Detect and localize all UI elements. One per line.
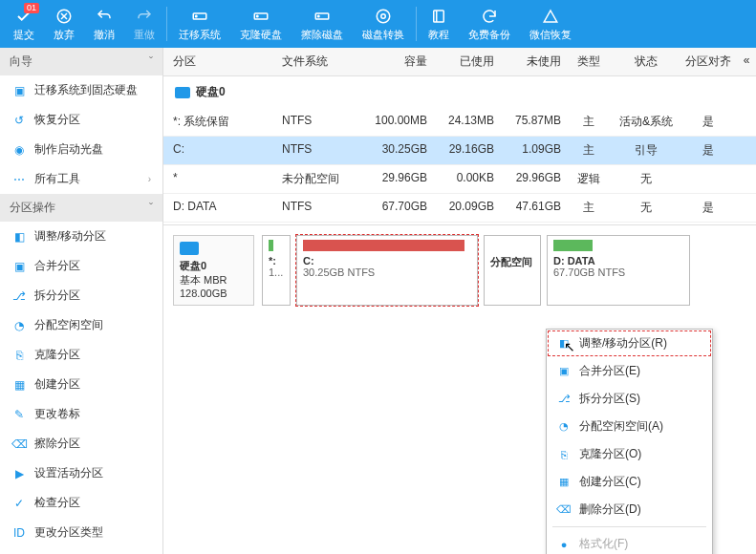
x-icon <box>54 7 74 26</box>
wizard-item[interactable]: ↺恢复分区 <box>0 105 162 135</box>
menu-item[interactable]: ●格式化(F) <box>547 530 712 554</box>
menu-item[interactable]: ◔分配空闲空间(A) <box>547 413 712 440</box>
ops-item[interactable]: ID更改分区类型 <box>0 518 162 547</box>
col-type[interactable]: 类型 <box>565 48 613 75</box>
menu-icon: ▦ <box>556 475 572 490</box>
disk-header[interactable]: 硬盘0 <box>163 76 756 108</box>
item-icon: ◉ <box>11 142 27 158</box>
col-capacity[interactable]: 容量 <box>355 48 431 75</box>
ops-item[interactable]: ◧调整/移动分区 <box>0 222 162 251</box>
col-partition[interactable]: 分区 <box>163 48 278 75</box>
ops-item[interactable]: ▦创建分区 <box>0 370 162 399</box>
ops-item[interactable]: ✎更改卷标 <box>0 399 162 429</box>
item-label: 分配空闲空间 <box>34 317 103 333</box>
grid-header: 分区 文件系统 容量 已使用 未使用 类型 状态 分区对齐 « <box>163 48 756 76</box>
col-more[interactable]: « <box>737 48 756 75</box>
menu-item[interactable]: ⎘克隆分区(O) <box>547 440 712 468</box>
wipe-button[interactable]: 擦除磁盘 <box>292 0 353 48</box>
table-row[interactable]: *未分配空间29.96GB0.00KB29.96GB逻辑无 <box>163 165 756 194</box>
svg-point-9 <box>377 10 390 23</box>
toolbar-sep <box>416 7 417 41</box>
item-icon: ⌫ <box>11 437 27 452</box>
disk-icon <box>175 87 190 98</box>
migrate-button[interactable]: 迁移系统 <box>169 0 230 48</box>
item-icon: ID <box>11 525 27 541</box>
menu-label: 合并分区(E) <box>579 363 640 379</box>
collapse-icon[interactable]: ˇ <box>149 202 153 215</box>
menu-icon: ◔ <box>556 419 572 435</box>
item-icon: ⎘ <box>11 348 27 363</box>
item-label: 更改分区类型 <box>34 524 103 541</box>
discard-button[interactable]: 放弃 <box>44 0 84 48</box>
item-label: 制作启动光盘 <box>34 141 103 158</box>
col-align[interactable]: 分区对齐 <box>680 48 737 75</box>
ops-item[interactable]: ⌫擦除分区 <box>0 429 162 458</box>
disk-icon <box>180 242 199 255</box>
tutorial-button[interactable]: 教程 <box>419 0 459 48</box>
menu-label: 删除分区(D) <box>579 501 641 518</box>
ops-item[interactable]: ▣合并分区 <box>0 251 162 281</box>
content-area: 分区 文件系统 容量 已使用 未使用 类型 状态 分区对齐 « 硬盘0 *: 系… <box>163 48 756 554</box>
menu-item[interactable]: ⎇拆分分区(S) <box>547 385 712 413</box>
convert-button[interactable]: 磁盘转换 <box>353 0 414 48</box>
table-row[interactable]: D: DATANTFS67.70GB20.09GB47.61GB主无是 <box>163 194 756 223</box>
item-label: 克隆分区 <box>34 347 80 363</box>
wizard-item[interactable]: ▣迁移系统到固态硬盘 <box>0 75 162 105</box>
wizard-item[interactable]: ⋯所有工具› <box>0 164 162 194</box>
table-row[interactable]: C:NTFS30.25GB29.16GB1.09GB主引导是 <box>163 137 756 165</box>
item-label: 合并分区 <box>34 258 80 274</box>
undo-icon <box>95 7 114 26</box>
menu-item[interactable]: ⌫删除分区(D) <box>547 496 712 523</box>
menu-icon: ● <box>556 537 572 552</box>
wechat-button[interactable]: 微信恢复 <box>520 0 581 48</box>
ops-item[interactable]: ⎇拆分分区 <box>0 281 162 310</box>
menu-label: 分配空闲空间(A) <box>579 418 663 435</box>
wizard-item[interactable]: ◉制作启动光盘 <box>0 135 162 164</box>
redo-button[interactable]: 重做 <box>124 0 164 48</box>
col-used[interactable]: 已使用 <box>431 48 498 75</box>
submit-badge: 01 <box>24 3 39 13</box>
map-partition[interactable]: *:1... <box>262 235 291 306</box>
ops-item[interactable]: ✓检查分区 <box>0 488 162 518</box>
menu-label: 创建分区(C) <box>579 474 641 490</box>
map-partition[interactable]: D: DATA67.70GB NTFS <box>547 235 690 306</box>
redo-icon <box>135 7 154 26</box>
undo-button[interactable]: 撤消 <box>84 0 124 48</box>
menu-item[interactable]: ▣合并分区(E) <box>547 357 712 385</box>
backup-button[interactable]: 免费备份 <box>459 0 520 48</box>
ops-item[interactable]: #更改序列号 <box>0 547 162 554</box>
item-icon: ▶ <box>11 466 27 481</box>
submit-button[interactable]: 01 提交 <box>4 0 44 48</box>
menu-item[interactable]: ◧调整/移动分区(R)↖ <box>547 330 712 357</box>
item-label: 拆分分区 <box>34 288 80 304</box>
svg-marker-13 <box>544 11 557 22</box>
item-label: 迁移系统到固态硬盘 <box>34 82 138 98</box>
clone-button[interactable]: 克隆硬盘 <box>230 0 292 48</box>
svg-point-8 <box>318 15 320 17</box>
refresh-icon <box>480 7 499 26</box>
item-label: 擦除分区 <box>34 436 80 452</box>
map-partition[interactable]: 分配空间 <box>484 235 541 306</box>
context-menu: ◧调整/移动分区(R)↖▣合并分区(E)⎇拆分分区(S)◔分配空闲空间(A)⎘克… <box>546 329 713 554</box>
item-icon: ⋯ <box>11 172 27 187</box>
cursor-icon: ↖ <box>564 339 575 354</box>
table-row[interactable]: *: 系统保留NTFS100.00MB24.13MB75.87MB主活动&系统是 <box>163 108 756 137</box>
col-filesystem[interactable]: 文件系统 <box>278 48 355 75</box>
map-partition[interactable]: C:30.25GB NTFS <box>296 235 478 306</box>
main-toolbar: 01 提交 放弃 撤消 重做 迁移系统 克隆硬盘 擦除磁盘 磁盘转换 教程 免费… <box>0 0 756 48</box>
item-icon: ▦ <box>11 377 27 393</box>
ops-item[interactable]: ◔分配空闲空间 <box>0 310 162 340</box>
col-status[interactable]: 状态 <box>613 48 680 75</box>
book-icon <box>429 7 448 26</box>
ops-item[interactable]: ⎘克隆分区 <box>0 340 162 370</box>
collapse-icon[interactable]: ˇ <box>149 55 153 69</box>
item-icon: ◔ <box>11 318 27 333</box>
col-free[interactable]: 未使用 <box>498 48 565 75</box>
check-icon: 01 <box>14 7 33 26</box>
menu-icon: ▣ <box>556 364 572 379</box>
item-label: 创建分区 <box>34 376 80 393</box>
item-label: 设置活动分区 <box>34 465 103 481</box>
ops-item[interactable]: ▶设置活动分区 <box>0 458 162 488</box>
disk-info-box[interactable]: 硬盘0 基本 MBR 128.00GB <box>173 235 254 306</box>
menu-item[interactable]: ▦创建分区(C) <box>547 468 712 496</box>
